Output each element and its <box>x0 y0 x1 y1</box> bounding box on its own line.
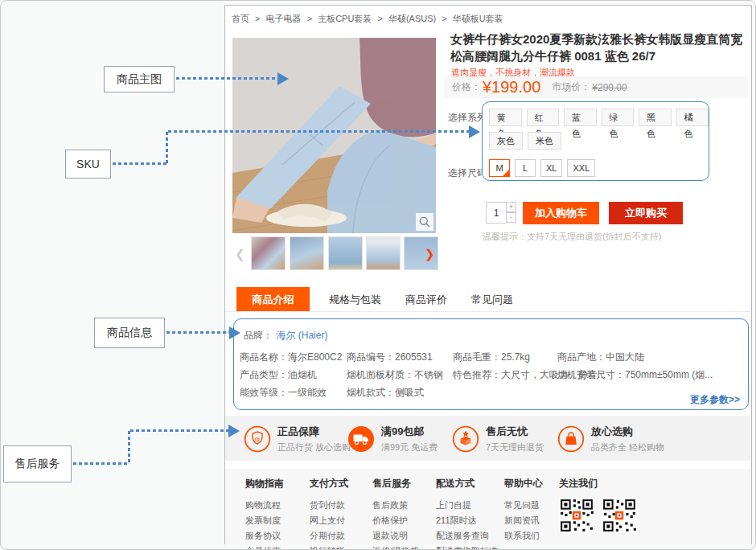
price-bar: 价格： ¥199.00 市场价： ¥299.00 <box>444 76 748 98</box>
breadcrumb-item[interactable]: 华硕板U套装 <box>453 14 503 23</box>
footer-column-follow: 关注我们 <box>559 477 637 533</box>
size-option-selected[interactable]: M ✓ <box>489 159 510 177</box>
footer-link[interactable]: 配送费收取标准 <box>436 544 498 550</box>
thumbnail[interactable] <box>328 236 363 270</box>
footer-link[interactable]: 会员优惠 <box>245 544 284 550</box>
service-item: 售后无忧 7天无理由退货 <box>452 425 544 454</box>
service-item: 保 正品保障 正品行货 放心选购 <box>244 425 351 454</box>
footer: 购物指南 购物流程 发票制度 服务协议 会员优惠 支付方式 货到付款 网上支付 … <box>225 469 751 544</box>
series-option[interactable]: 黄色 <box>489 109 522 126</box>
footer-link[interactable]: 售后政策 <box>372 498 419 513</box>
annotation-arrow-line <box>176 77 277 80</box>
quantity-input[interactable] <box>486 202 507 224</box>
qr-code <box>559 498 594 533</box>
product-title: 女裤牛仔裤女2020夏季新款泫雅长裤女韩版显瘦直筒宽松高腰阔腿九分牛仔裤 008… <box>450 31 750 64</box>
breadcrumb: 首页 > 电子电器 > 主板CPU套装 > 华硕(ASUS) > 华硕板U套装 <box>232 13 682 25</box>
size-option[interactable]: XL <box>540 159 562 177</box>
price-value: ¥199.00 <box>483 78 540 96</box>
zoom-magnifier-icon[interactable] <box>416 213 433 231</box>
annotation-arrowhead <box>277 72 289 85</box>
series-option[interactable]: 红色 <box>527 109 560 126</box>
gallery-next-icon[interactable]: ❯ <box>425 237 435 271</box>
footer-link[interactable]: 新闻资讯 <box>504 513 543 528</box>
quantity-decrease-button[interactable]: - <box>506 212 516 223</box>
annotation-arrow-line <box>166 132 168 165</box>
detail-tabs: 商品介绍 规格与包装 商品评价 常见问题 <box>236 287 513 312</box>
tab-reviews[interactable]: 商品评价 <box>405 287 447 312</box>
spec-item: 产品类型：油烟机 <box>240 368 317 382</box>
spec-item: 烟机安装尺寸：750mm±50mm (烟... <box>557 368 713 382</box>
gallery-prev-icon[interactable]: ❮ <box>235 237 245 271</box>
footer-link[interactable]: 购物流程 <box>245 498 284 513</box>
footer-link[interactable]: 发票制度 <box>245 513 284 528</box>
tab-spec-package[interactable]: 规格与包装 <box>329 287 381 312</box>
annotation-arrow-line <box>113 162 167 165</box>
footer-link[interactable]: 返修/退换货 <box>372 544 419 550</box>
series-option[interactable]: 橘色 <box>676 109 709 126</box>
service-title: 放心选购 <box>591 425 664 439</box>
footer-column-title: 售后服务 <box>372 477 419 490</box>
thumbnail[interactable] <box>366 236 401 270</box>
tab-faq[interactable]: 常见问题 <box>471 287 513 312</box>
annotation-arrow-line <box>130 429 228 432</box>
footer-link[interactable]: 服务协议 <box>245 528 284 544</box>
breadcrumb-separator: > <box>307 14 312 23</box>
series-option[interactable]: 米色 <box>528 132 561 150</box>
services-band: 保 正品保障 正品行货 放心选购 满99包邮 满99元 免运费 <box>225 416 751 461</box>
footer-column-title: 关注我们 <box>559 477 637 490</box>
series-row-1: 黄色 红色 蓝色 绿色 黑色 橘色 <box>489 109 709 126</box>
footer-column: 配送方式 上门自提 211限时达 配送服务查询 配送费收取标准 海外配送 <box>436 477 498 550</box>
annotation-label-product-info: 商品信息 <box>94 318 165 348</box>
size-row: M ✓ L XL XXL <box>489 159 709 177</box>
spec-item: 烟机款式：侧吸式 <box>347 386 424 400</box>
footer-link[interactable]: 价格保护 <box>372 513 419 528</box>
breadcrumb-item[interactable]: 首页 <box>232 14 249 23</box>
footer-link[interactable]: 上门自提 <box>436 498 498 513</box>
series-option[interactable]: 灰色 <box>489 132 523 150</box>
series-option[interactable]: 黑色 <box>639 109 672 126</box>
thumbnail[interactable] <box>251 236 286 270</box>
footer-column-title: 配送方式 <box>436 477 498 490</box>
tab-product-intro[interactable]: 商品介绍 <box>236 287 310 312</box>
breadcrumb-item[interactable]: 电子电器 <box>266 14 302 23</box>
size-option[interactable]: L <box>515 159 536 177</box>
footer-column-title: 帮助中心 <box>504 477 543 490</box>
footer-link[interactable]: 银行转帐 <box>310 544 348 550</box>
svg-text:保: 保 <box>255 437 261 442</box>
service-item: 满99包邮 满99元 免运费 <box>347 425 438 454</box>
footer-link[interactable]: 211限时达 <box>436 513 498 528</box>
footer-column-title: 支付方式 <box>310 477 348 490</box>
product-main-image[interactable] <box>232 38 436 233</box>
annotation-arrowhead <box>228 425 240 437</box>
buy-now-button[interactable]: 立即购买 <box>609 202 683 224</box>
annotation-label-after-sale: 售后服务 <box>3 445 72 482</box>
series-row-2: 灰色 米色 <box>489 132 709 150</box>
brand-row: 品牌： 海尔 (Haier) <box>244 327 327 343</box>
series-option[interactable]: 蓝色 <box>564 109 597 126</box>
sku-selection-box: 黄色 红色 蓝色 绿色 黑色 橘色 灰色 米色 M ✓ L XL XXL <box>482 101 709 181</box>
footer-link[interactable]: 网上支付 <box>310 513 348 528</box>
spec-item: 烟机面板材质：不锈钢 <box>347 368 443 382</box>
add-to-cart-button[interactable]: 加入购物车 <box>523 202 599 224</box>
more-params-link[interactable]: 更多参数>> <box>690 393 740 407</box>
footer-link[interactable]: 退款说明 <box>372 528 419 544</box>
warm-notice: 温馨提示：支持7天无理由退货(拆封后不支持) <box>483 231 661 243</box>
breadcrumb-item[interactable]: 华硕(ASUS) <box>388 14 436 23</box>
footer-link[interactable]: 常见问题 <box>504 498 543 513</box>
thumbnail[interactable] <box>290 236 324 270</box>
breadcrumb-separator: > <box>255 14 260 23</box>
service-desc: 正品行货 放心选购 <box>277 441 351 454</box>
quantity-increase-button[interactable]: + <box>506 202 516 212</box>
footer-link[interactable]: 联系我们 <box>504 528 543 544</box>
footer-link[interactable]: 配送服务查询 <box>436 528 498 544</box>
spec-item: 能效等级：一级能效 <box>240 386 327 400</box>
breadcrumb-item[interactable]: 主板CPU套装 <box>318 14 372 23</box>
size-option[interactable]: XXL <box>567 159 595 177</box>
tabs-divider <box>225 311 751 312</box>
footer-link[interactable]: 货到付款 <box>310 498 348 513</box>
market-price-label: 市场价： <box>552 80 590 94</box>
breadcrumb-separator: > <box>377 14 382 23</box>
series-option[interactable]: 绿色 <box>602 109 635 126</box>
footer-link[interactable]: 分期付款 <box>310 528 348 544</box>
brand-link[interactable]: 海尔 (Haier) <box>276 330 327 341</box>
